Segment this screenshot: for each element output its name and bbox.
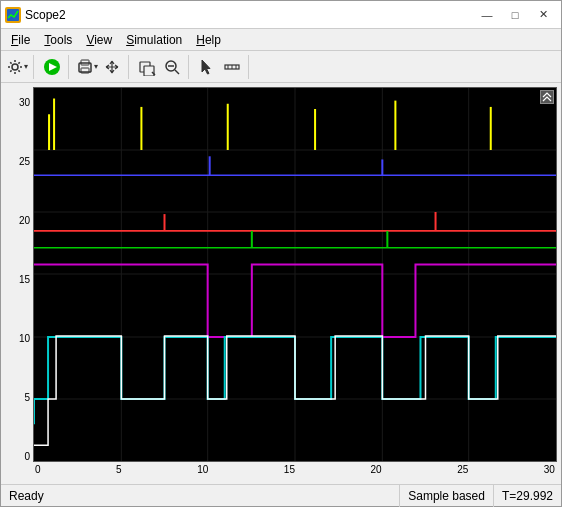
status-time: T=29.992 (493, 485, 561, 507)
y-label-5: 5 (5, 392, 33, 403)
status-bar: Ready Sample based T=29.992 (1, 484, 561, 506)
svg-rect-8 (144, 66, 154, 76)
main-window: Scope2 — □ ✕ File Tools View Simulation … (0, 0, 562, 507)
measure-button[interactable] (220, 55, 244, 79)
settings-button[interactable]: ▾ (5, 55, 29, 79)
x-label-15: 15 (284, 464, 295, 480)
x-axis-labels: 0 5 10 15 20 25 30 (33, 462, 557, 480)
y-label-0: 0 (5, 451, 33, 462)
title-controls: — □ ✕ (473, 1, 557, 29)
title-bar-left: Scope2 (5, 7, 66, 23)
x-label-10: 10 (197, 464, 208, 480)
x-label-25: 25 (457, 464, 468, 480)
pan-button[interactable] (100, 55, 124, 79)
y-label-25: 25 (5, 156, 33, 167)
play-button[interactable] (40, 55, 64, 79)
zoomout-button[interactable] (160, 55, 184, 79)
status-right: Sample based T=29.992 (399, 485, 561, 507)
cursor-button[interactable] (195, 55, 219, 79)
x-label-5: 5 (116, 464, 122, 480)
svg-line-11 (175, 70, 179, 74)
plot-wrapper: 0 5 10 15 20 25 30 (33, 87, 557, 480)
menu-simulation[interactable]: Simulation (120, 32, 188, 48)
menu-tools[interactable]: Tools (38, 32, 78, 48)
menu-help[interactable]: Help (190, 32, 227, 48)
y-label-20: 20 (5, 215, 33, 226)
y-label-30: 30 (5, 97, 33, 108)
zoom-button[interactable] (135, 55, 159, 79)
x-label-20: 20 (371, 464, 382, 480)
menu-view[interactable]: View (80, 32, 118, 48)
scope-area: 30 25 20 15 10 5 0 (1, 83, 561, 484)
plot-canvas[interactable] (33, 87, 557, 462)
plot-container: 30 25 20 15 10 5 0 (1, 83, 561, 484)
toolbar-extra-group (195, 55, 249, 79)
x-label-0: 0 (35, 464, 41, 480)
toolbar-settings-group: ▾ (5, 55, 34, 79)
svg-point-1 (12, 64, 18, 70)
toolbar-zoom-group (135, 55, 189, 79)
menu-bar: File Tools View Simulation Help (1, 29, 561, 51)
maximize-button[interactable]: □ (501, 1, 529, 29)
title-bar: Scope2 — □ ✕ (1, 1, 561, 29)
print-arrow[interactable]: ▾ (94, 62, 98, 71)
plot-svg (34, 88, 556, 461)
minimize-button[interactable]: — (473, 1, 501, 29)
y-label-15: 15 (5, 274, 33, 285)
expand-button[interactable] (540, 90, 554, 104)
status-ready: Ready (1, 489, 399, 503)
y-label-10: 10 (5, 333, 33, 344)
y-axis-labels: 30 25 20 15 10 5 0 (5, 87, 33, 480)
settings-arrow[interactable]: ▾ (24, 62, 28, 71)
menu-file[interactable]: File (5, 32, 36, 48)
x-label-30: 30 (544, 464, 555, 480)
print-button[interactable]: ▾ (75, 55, 99, 79)
svg-rect-0 (7, 9, 19, 21)
toolbar-play-group (40, 55, 69, 79)
app-icon (5, 7, 21, 23)
toolbar: ▾ ▾ (1, 51, 561, 83)
title-text: Scope2 (25, 8, 66, 22)
status-sample-based: Sample based (399, 485, 493, 507)
toolbar-pan-group: ▾ (75, 55, 129, 79)
close-button[interactable]: ✕ (529, 1, 557, 29)
